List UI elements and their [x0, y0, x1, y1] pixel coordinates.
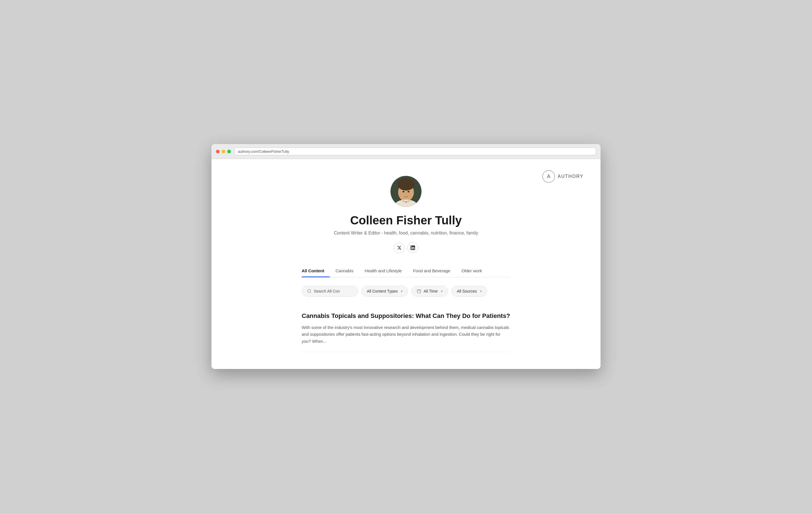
svg-point-6 [408, 191, 410, 192]
twitter-icon [397, 245, 402, 250]
minimize-button[interactable] [222, 150, 225, 153]
tab-cannabis[interactable]: Cannabis [330, 264, 359, 277]
author-bio: Content Writer & Editor - health, food, … [334, 231, 478, 236]
profile-section: Colleen Fisher Tully Content Writer & Ed… [217, 170, 595, 264]
filters-section: Search All Con All Content Types ▾ All T… [302, 286, 510, 297]
tab-all-content[interactable]: All Content [302, 264, 330, 277]
tab-food-beverage[interactable]: Food and Beverage [407, 264, 456, 277]
svg-point-8 [405, 201, 407, 203]
time-filter[interactable]: All Time ▾ [411, 286, 448, 297]
time-label: All Time [424, 289, 438, 294]
authory-logo-icon: A [543, 170, 555, 183]
sources-chevron: ▾ [480, 290, 482, 293]
page-content: A AUTHORY [211, 159, 601, 369]
search-placeholder: Search All Con [314, 289, 340, 294]
article-title[interactable]: Cannabis Topicals and Suppositories: Wha… [302, 312, 510, 320]
linkedin-icon [410, 245, 415, 250]
author-name: Colleen Fisher Tully [350, 214, 462, 227]
tab-older-work[interactable]: Older work [456, 264, 488, 277]
sources-label: All Sources [457, 289, 477, 294]
content-type-chevron: ▾ [401, 290, 403, 293]
maximize-button[interactable] [227, 150, 231, 153]
time-chevron: ▾ [441, 290, 443, 293]
content-type-filter[interactable]: All Content Types ▾ [361, 286, 408, 297]
article-card: Cannabis Topicals and Suppositories: Wha… [302, 305, 510, 352]
calendar-icon [417, 289, 421, 294]
authory-logo-text: AUTHORY [558, 174, 584, 179]
url-text: authory.com/ColleenFisherTully [238, 149, 289, 154]
avatar [390, 176, 422, 207]
svg-point-7 [405, 194, 407, 194]
tabs-section: All Content Cannabis Health and Lifestyl… [302, 264, 510, 277]
search-icon [307, 289, 312, 294]
svg-point-2 [398, 178, 414, 190]
linkedin-button[interactable] [407, 242, 418, 253]
svg-rect-10 [417, 290, 420, 293]
twitter-button[interactable] [394, 242, 405, 253]
tabs-list: All Content Cannabis Health and Lifestyl… [302, 264, 510, 277]
social-links [394, 242, 418, 253]
article-excerpt: With some of the industry's most innovat… [302, 324, 510, 345]
address-bar[interactable]: authory.com/ColleenFisherTully [234, 147, 596, 155]
svg-point-9 [308, 290, 311, 293]
content-type-label: All Content Types [367, 289, 398, 294]
articles-section: Cannabis Topicals and Suppositories: Wha… [302, 305, 510, 352]
traffic-lights [216, 150, 231, 153]
browser-window: authory.com/ColleenFisherTully A AUTHORY [211, 144, 601, 369]
close-button[interactable] [216, 150, 220, 153]
svg-point-5 [403, 191, 405, 192]
logo-area: A AUTHORY [543, 170, 584, 183]
sources-filter[interactable]: All Sources ▾ [452, 286, 487, 297]
browser-chrome: authory.com/ColleenFisherTully [211, 144, 601, 159]
search-filter[interactable]: Search All Con [302, 286, 358, 297]
tab-health-lifestyle[interactable]: Health and Lifestyle [359, 264, 407, 277]
